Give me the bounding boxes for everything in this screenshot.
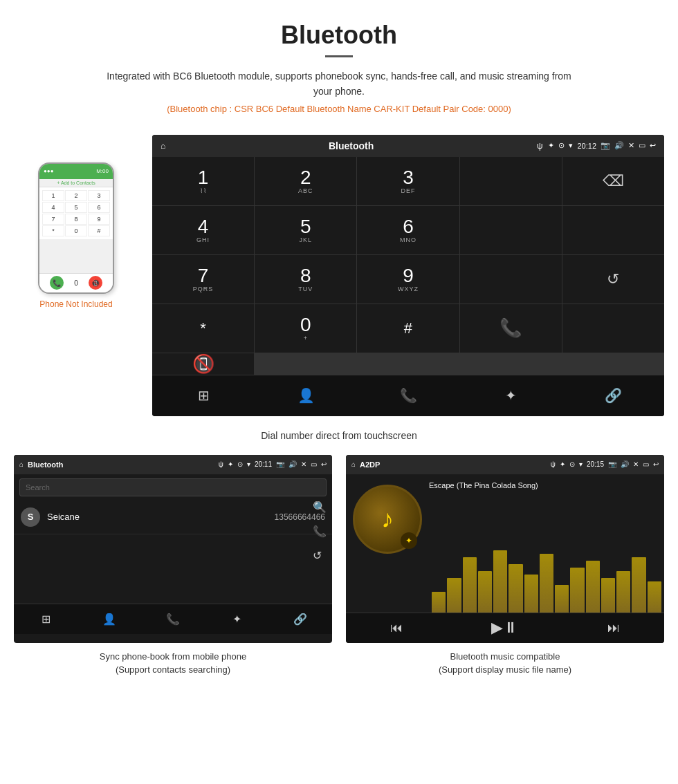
time-label: 20:12 — [577, 142, 596, 150]
pb-x-icon[interactable]: ✕ — [301, 460, 306, 468]
key-0[interactable]: 0+ — [255, 304, 356, 353]
next-button[interactable]: ⏭ — [607, 621, 620, 635]
music-pin-icon: ⊙ — [569, 460, 575, 468]
phone-key-7[interactable]: 7 — [42, 214, 64, 225]
pb-nav-grid[interactable]: ⊞ — [14, 604, 77, 634]
eq-bar — [648, 581, 661, 613]
eq-bar — [432, 592, 446, 613]
call-button[interactable]: 📞 — [460, 304, 562, 353]
phone-key-star[interactable]: * — [42, 225, 64, 236]
end-call-button[interactable]: 📵 — [152, 353, 254, 375]
key-5[interactable]: 5JKL — [255, 206, 356, 254]
pb-search-box[interactable]: Search — [19, 478, 327, 496]
page-header: Bluetooth Integrated with BC6 Bluetooth … — [0, 0, 678, 135]
home-icon[interactable]: ⌂ — [161, 141, 165, 151]
music-usb-icon: ψ — [551, 460, 556, 468]
phone-key-9[interactable]: 9 — [88, 214, 110, 225]
empty-4 — [562, 304, 664, 353]
phone-call-btn[interactable]: 📞 — [50, 276, 64, 290]
back-icon[interactable]: ↩ — [650, 141, 656, 150]
phone-key-1[interactable]: 1 — [42, 190, 64, 201]
key-9[interactable]: 9WXYZ — [357, 255, 459, 304]
music-home-icon[interactable]: ⌂ — [351, 460, 356, 468]
phone-end-btn[interactable]: 📵 — [89, 276, 102, 290]
music-bt-icon: ✦ — [560, 460, 565, 468]
nav-link[interactable]: 🔗 — [562, 375, 664, 416]
bt-overlay-icon: ✦ — [401, 532, 417, 549]
music-back-icon[interactable]: ↩ — [653, 460, 659, 468]
nav-bluetooth[interactable]: ✦ — [459, 375, 562, 416]
nav-phone[interactable]: 📞 — [357, 375, 459, 416]
eq-bar — [632, 557, 645, 613]
music-vol-icon: 🔊 — [621, 460, 629, 468]
empty-3 — [460, 255, 562, 304]
pb-status-bar: ⌂ Bluetooth ψ ✦ ⊙ ▾ 20:11 📷 🔊 ✕ ▭ ↩ — [14, 455, 332, 474]
key-6[interactable]: 6MNO — [357, 206, 459, 254]
bottom-screenshots: ⌂ Bluetooth ψ ✦ ⊙ ▾ 20:11 📷 🔊 ✕ ▭ ↩ Sear… — [0, 455, 678, 677]
key-hash[interactable]: # — [357, 304, 459, 353]
music-album-art: ♪ ✦ — [353, 485, 422, 554]
loc-icon: ⊙ — [558, 141, 565, 150]
pb-back-icon[interactable]: ↩ — [321, 460, 327, 468]
phone-key-8[interactable]: 8 — [65, 214, 87, 225]
page-title: Bluetooth — [14, 21, 664, 50]
display-area — [460, 157, 562, 205]
nav-contacts[interactable]: 👤 — [255, 375, 357, 416]
phone-key-3[interactable]: 3 — [88, 190, 110, 201]
play-pause-button[interactable]: ▶⏸ — [491, 619, 518, 637]
phonebook-caption-line1: Sync phone-book from mobile phone — [100, 651, 246, 662]
phone-key-0[interactable]: 0 — [65, 225, 87, 236]
pb-home-icon[interactable]: ⌂ — [19, 460, 24, 468]
bt-icon: ✦ — [548, 141, 554, 150]
phone-drawing: ●●● M:00 + Add to Contacts 1 2 3 4 5 6 7… — [38, 162, 114, 294]
music-note-icon: ♪ — [381, 505, 394, 534]
pb-nav-link[interactable]: 🔗 — [268, 604, 332, 634]
key-2[interactable]: 2ABC — [255, 157, 356, 205]
music-block: ⌂ A2DP ψ ✦ ⊙ ▾ 20:15 📷 🔊 ✕ ▭ ↩ ♪ ✦ — [346, 455, 664, 677]
pb-rect-icon[interactable]: ▭ — [311, 460, 317, 468]
music-caption: Bluetooth music compatible (Support disp… — [346, 650, 664, 677]
phone-key-hash[interactable]: # — [88, 225, 110, 236]
page-specs: (Bluetooth chip : CSR BC6 Default Blueto… — [14, 104, 664, 114]
phone-key-6[interactable]: 6 — [88, 202, 110, 213]
pb-search-icon[interactable]: 🔍 — [313, 501, 327, 514]
rect-icon[interactable]: ▭ — [639, 141, 645, 150]
key-7[interactable]: 7PQRS — [152, 255, 254, 304]
nav-grid[interactable]: ⊞ — [152, 375, 255, 416]
key-3[interactable]: 3DEF — [357, 157, 459, 205]
music-caption-line1: Bluetooth music compatible — [450, 651, 560, 662]
bottom-nav: ⊞ 👤 📞 ✦ 🔗 — [152, 375, 664, 416]
music-status-bar: ⌂ A2DP ψ ✦ ⊙ ▾ 20:15 📷 🔊 ✕ ▭ ↩ — [346, 455, 664, 474]
pb-pin-icon: ⊙ — [237, 460, 243, 468]
pb-search-row: Search — [14, 474, 332, 501]
prev-button[interactable]: ⏮ — [390, 621, 403, 635]
phone-key-4[interactable]: 4 — [42, 202, 64, 213]
dial-app-title: Bluetooth — [171, 140, 531, 151]
refresh-button[interactable]: ↺ — [562, 255, 664, 304]
key-1[interactable]: 1⌇⌇ — [152, 157, 254, 205]
music-x-icon[interactable]: ✕ — [633, 460, 639, 468]
phone-key-2[interactable]: 2 — [65, 190, 87, 201]
key-8[interactable]: 8TUV — [255, 255, 356, 304]
pb-bottom-nav: ⊞ 👤 📞 ✦ 🔗 — [14, 604, 332, 634]
phone-not-included-label: Phone Not Included — [39, 299, 112, 309]
pb-refresh-icon[interactable]: ↺ — [313, 549, 327, 562]
pb-contact-row[interactable]: S Seicane 13566664466 — [14, 501, 332, 534]
close-icon[interactable]: ✕ — [628, 141, 634, 150]
pb-call-icon[interactable]: 📞 — [313, 525, 327, 538]
pb-nav-bluetooth[interactable]: ✦ — [205, 604, 268, 634]
pb-nav-phone[interactable]: 📞 — [141, 604, 205, 634]
music-wifi-icon: ▾ — [579, 460, 583, 468]
key-star[interactable]: * — [152, 304, 254, 353]
dial-status-bar: ⌂ Bluetooth ψ ✦ ⊙ ▾ 20:12 📷 🔊 ✕ ▭ ↩ — [152, 135, 664, 157]
eq-bar — [508, 564, 522, 613]
key-4[interactable]: 4GHI — [152, 206, 254, 254]
phone-key-5[interactable]: 5 — [65, 202, 87, 213]
pb-nav-contacts[interactable]: 👤 — [77, 604, 141, 634]
music-rect-icon[interactable]: ▭ — [643, 460, 649, 468]
pb-avatar-s: S — [21, 507, 40, 527]
eq-bar — [570, 568, 584, 613]
pb-side-icons: 🔍 📞 ↺ — [313, 501, 327, 562]
empty-2a — [460, 206, 562, 254]
backspace-button[interactable]: ⌫ — [562, 157, 664, 205]
